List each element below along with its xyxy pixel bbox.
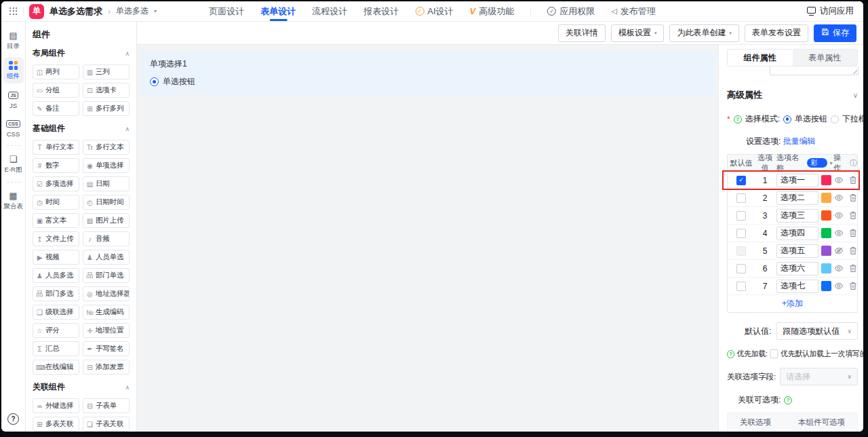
chevron-down-icon[interactable]: ∨ <box>853 92 858 99</box>
color-swatch[interactable] <box>821 210 831 221</box>
default-checkbox[interactable] <box>736 193 746 203</box>
create-from-form-button[interactable]: 为此表单创建 ▾ <box>669 24 739 42</box>
palette-item-multi-choice[interactable]: ☑多项选择 <box>33 176 79 191</box>
tab-flow-design[interactable]: 流程设计 <box>312 1 347 21</box>
form-canvas[interactable]: 单项选择1 单选按钮 <box>137 45 718 432</box>
option-name-input[interactable] <box>776 262 818 276</box>
breadcrumb-current[interactable]: 单选多选 <box>116 5 149 17</box>
color-badge[interactable]: 彩色 <box>807 158 827 168</box>
tab-app-permissions[interactable]: ✓ 应用权限 <box>547 1 595 21</box>
rail-item-css[interactable]: CSS CSS <box>3 115 24 140</box>
eye-icon[interactable] <box>834 176 844 184</box>
default-checkbox[interactable] <box>736 229 746 238</box>
option-name-input[interactable] <box>776 209 818 223</box>
app-grid-icon[interactable] <box>9 7 18 16</box>
color-swatch[interactable] <box>821 193 831 203</box>
palette-item-person-multi[interactable]: ♟人员多选 <box>33 268 79 283</box>
trash-icon[interactable] <box>849 193 857 202</box>
trash-icon[interactable] <box>849 282 857 290</box>
info-circle-icon[interactable]: ⓘ <box>850 158 857 168</box>
radio-button[interactable] <box>150 77 159 86</box>
palette-item-group[interactable]: ▭分组 <box>33 83 79 98</box>
rail-item-directory[interactable]: ▤ 目录 <box>3 27 24 54</box>
color-swatch[interactable] <box>821 228 831 238</box>
palette-item-dept-single[interactable]: 品部门单选 <box>83 268 130 283</box>
palette-item-three-columns[interactable]: ▥三列 <box>83 64 130 79</box>
eye-icon[interactable] <box>834 282 844 290</box>
eye-icon[interactable] <box>834 212 844 219</box>
default-checkbox[interactable] <box>736 264 746 273</box>
color-swatch[interactable] <box>821 263 831 273</box>
palette-item-tabs[interactable]: ⊡选项卡 <box>83 83 130 98</box>
section-header-basic[interactable]: 基础组件 ∧ <box>33 123 130 134</box>
default-checkbox[interactable] <box>736 211 746 221</box>
palette-item-generate-code[interactable]: №生成编码 <box>83 305 130 320</box>
rail-item-er-diagram[interactable]: ❏ E-R图 <box>3 151 24 177</box>
palette-item-cascade-select[interactable]: ❏级联选择 <box>33 305 79 320</box>
palette-item-number[interactable]: #数字 <box>33 158 79 173</box>
option-name-input[interactable] <box>776 280 818 293</box>
default-checkbox[interactable] <box>736 282 746 291</box>
palette-item-rich-text[interactable]: ▣富文本 <box>33 213 79 228</box>
app-logo[interactable]: 单 <box>29 4 44 19</box>
option-name-input[interactable] <box>776 191 818 205</box>
palette-item-remark[interactable]: ✎备注 <box>33 101 79 116</box>
option-name-input[interactable] <box>776 227 818 240</box>
palette-item-file-upload[interactable]: ↥文件上传 <box>33 231 79 246</box>
palette-item-multi-row-col[interactable]: ⊞多行多列 <box>83 101 130 116</box>
palette-item-two-columns[interactable]: ◫两列 <box>33 64 79 79</box>
palette-item-online-edit[interactable]: ⌨在线编辑 <box>33 360 79 375</box>
question-circle-icon[interactable]: ? <box>727 350 734 358</box>
description-textarea[interactable] <box>770 66 859 75</box>
template-settings-button[interactable]: 模板设置 ▾ <box>611 24 665 42</box>
palette-item-address-picker[interactable]: ◎地址选择器 <box>83 286 130 301</box>
rail-item-js[interactable]: JS JS <box>3 87 24 112</box>
option-name-input[interactable] <box>776 244 818 258</box>
tab-form-properties[interactable]: 表单属性 <box>793 50 858 66</box>
breadcrumb-caret-icon[interactable]: ▾ <box>154 8 157 14</box>
trash-icon[interactable] <box>849 176 857 185</box>
tab-form-design[interactable]: 表单设计 <box>260 1 296 21</box>
tab-advanced-features[interactable]: V 高级功能 <box>470 1 515 21</box>
resize-grip-icon[interactable] <box>852 69 857 74</box>
color-swatch[interactable] <box>821 281 831 291</box>
palette-item-geo-location[interactable]: ✛地理位置 <box>83 323 130 338</box>
add-option-button[interactable]: +添加 <box>728 294 857 312</box>
relation-field-select[interactable]: 请选择 ∨ <box>780 368 858 385</box>
palette-item-datetime[interactable]: ◴日期时间 <box>83 195 130 210</box>
palette-item-subtable-relation[interactable]: ❏子表关联 <box>83 417 130 432</box>
rail-item-aggregate-table[interactable]: ▦ 聚合表 <box>3 187 24 214</box>
eye-off-icon[interactable] <box>834 247 844 254</box>
palette-item-image-upload[interactable]: ▧图片上传 <box>83 213 130 228</box>
palette-item-multi-table-relation[interactable]: ⊞多表关联 <box>33 417 79 432</box>
trash-icon[interactable] <box>849 264 857 273</box>
palette-item-foreign-key[interactable]: ∞外键选择 <box>33 398 79 413</box>
preload-checkbox[interactable] <box>770 349 778 358</box>
eye-icon[interactable] <box>834 194 844 202</box>
palette-item-single-choice[interactable]: ◉单项选择 <box>83 158 130 173</box>
question-circle-icon[interactable]: ? <box>734 115 742 124</box>
default-value-select[interactable]: 跟随选项默认值 ∨ <box>776 322 858 340</box>
palette-item-subform[interactable]: ⊟子表单 <box>83 398 130 413</box>
rail-item-components[interactable]: 组件 <box>3 57 24 83</box>
color-swatch[interactable] <box>821 246 831 256</box>
palette-item-video[interactable]: ▶视频 <box>33 250 79 265</box>
relation-detail-button[interactable]: 关联详情 <box>558 24 606 42</box>
tab-publish-management[interactable]: ◁ 发布管理 <box>611 1 655 21</box>
radio-mode-radio-button[interactable] <box>783 115 791 124</box>
palette-item-audio[interactable]: ♪音频 <box>83 231 130 246</box>
palette-item-person-single[interactable]: ♟人员单选 <box>83 250 130 265</box>
visit-app-button[interactable]: 访问应用 <box>807 5 863 17</box>
tab-component-properties[interactable]: 组件属性 <box>728 50 793 66</box>
selected-radio-component[interactable]: 单项选择1 单选按钮 <box>140 52 715 95</box>
palette-item-single-text[interactable]: T单行文本 <box>33 140 79 155</box>
tab-page-design[interactable]: 页面设计 <box>209 1 244 21</box>
tab-ai-design[interactable]: ✓ AI设计 <box>415 1 453 21</box>
section-header-relation[interactable]: 关联组件 ∧ <box>33 381 130 393</box>
help-icon[interactable]: ? <box>7 413 19 425</box>
palette-item-add-invoice[interactable]: ⊟添加发票 <box>83 360 130 375</box>
question-circle-icon[interactable]: ? <box>784 396 792 404</box>
option-name-input[interactable] <box>776 174 818 187</box>
palette-item-signature[interactable]: ✒手写签名 <box>83 341 130 356</box>
palette-item-multi-text[interactable]: Tr多行文本 <box>83 140 130 155</box>
